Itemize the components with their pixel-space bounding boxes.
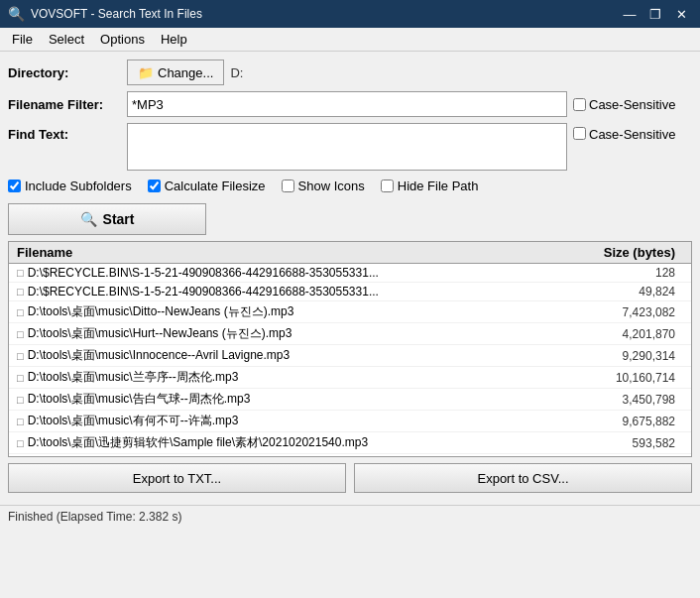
result-size: 9,290,314 [584,349,683,363]
find-text-input[interactable] [127,123,567,171]
results-header: Filename Size (bytes) [9,242,691,264]
close-button[interactable]: ✕ [670,5,692,23]
result-filename: D:\tools\桌面\music\Hurt--NewJeans (뉴진스).m… [28,325,584,342]
find-case-sensitive-checkbox[interactable] [573,127,586,140]
find-case-sensitive-label[interactable]: Case-Sensitive [573,123,692,142]
result-size: 49,824 [584,285,683,299]
table-row[interactable]: □ D:\tools\桌面\music\告白气球--周杰伦.mp3 3,450,… [9,389,691,411]
directory-controls: 📁 Change... D: [127,60,692,85]
result-filename: D:\$RECYCLE.BIN\S-1-5-21-490908366-44291… [28,285,584,299]
menu-help[interactable]: Help [153,30,195,49]
result-filename: D:\tools\桌面\music\兰亭序--周杰伦.mp3 [28,369,584,386]
filename-filter-input[interactable] [127,91,567,117]
file-icon: □ [17,267,24,279]
include-subfolders-label[interactable]: Include Subfolders [8,179,132,193]
show-icons-checkbox[interactable] [282,179,294,192]
result-size: 9,675,882 [584,415,683,428]
include-subfolders-checkbox[interactable] [8,179,21,192]
main-content: Directory: 📁 Change... D: Filename Filte… [0,52,700,505]
result-filename: D:\tools\桌面\... [28,456,584,457]
search-icon: 🔍 [80,211,97,227]
table-row[interactable]: □ D:\tools\桌面\迅捷剪辑软件\Sample file\素材\2021… [9,432,691,454]
result-filename: D:\tools\桌面\music\告白气球--周杰伦.mp3 [28,391,584,408]
result-size: 7,423,082 [584,305,683,319]
start-btn-row: 🔍 Start [8,203,692,235]
calculate-filesize-checkbox[interactable] [148,179,161,192]
result-size: 128 [584,266,683,280]
results-table[interactable]: Filename Size (bytes) □ D:\$RECYCLE.BIN\… [8,241,692,457]
change-button[interactable]: 📁 Change... [127,60,224,85]
checkboxes-row: Include Subfolders Calculate Filesize Sh… [8,177,692,195]
result-size: 10,160,714 [584,371,683,385]
col-size-header: Size (bytes) [584,245,683,260]
result-filename: D:\tools\桌面\迅捷剪辑软件\Sample file\素材\202102… [28,434,584,451]
file-icon: □ [17,350,24,362]
file-icon: □ [17,437,24,449]
filename-filter-label: Filename Filter: [8,97,127,112]
calculate-filesize-label[interactable]: Calculate Filesize [148,179,266,193]
table-row[interactable]: □ D:\tools\桌面\music\Innocence--Avril Lav… [9,345,691,367]
find-text-label: Find Text: [8,123,127,142]
result-filename: D:\$RECYCLE.BIN\S-1-5-21-490908366-44291… [28,266,584,280]
title-bar-text: VOVSOFT - Search Text In Files [31,7,202,21]
export-txt-button[interactable]: Export to TXT... [8,463,346,493]
file-icon: □ [17,306,24,318]
table-row[interactable]: □ D:\tools\桌面\music\Hurt--NewJeans (뉴진스)… [9,323,691,345]
filename-case-sensitive-checkbox[interactable] [573,98,586,111]
start-button[interactable]: 🔍 Start [8,203,206,235]
restore-button[interactable]: ❐ [644,5,666,23]
file-icon: □ [17,286,24,298]
hide-file-path-checkbox[interactable] [381,179,394,192]
bottom-buttons: Export to TXT... Export to CSV... [8,463,692,493]
filename-filter-row: Filename Filter: Case-Sensitive [8,91,692,117]
menu-file[interactable]: File [4,30,41,49]
result-filename: D:\tools\桌面\music\Innocence--Avril Lavig… [28,347,584,364]
filename-filter-controls: Case-Sensitive [127,91,692,117]
result-size: 3,450,798 [584,393,683,407]
menu-bar: File Select Options Help [0,28,700,52]
table-row[interactable]: □ D:\$RECYCLE.BIN\S-1-5-21-490908366-442… [9,283,691,301]
find-text-controls: Case-Sensitive [127,123,692,171]
folder-icon: 📁 [138,65,154,80]
table-row[interactable]: □ D:\tools\桌面\... 86,003 [9,454,691,457]
show-icons-label[interactable]: Show Icons [282,179,365,193]
results-body: □ D:\$RECYCLE.BIN\S-1-5-21-490908366-442… [9,264,691,457]
table-row[interactable]: □ D:\tools\桌面\music\Ditto--NewJeans (뉴진스… [9,301,691,323]
minimize-button[interactable]: — [619,5,641,23]
filename-case-sensitive-label[interactable]: Case-Sensitive [573,97,692,112]
file-icon: □ [17,394,24,406]
result-filename: D:\tools\桌面\music\Ditto--NewJeans (뉴진스).… [28,303,584,320]
menu-select[interactable]: Select [41,30,92,49]
table-row[interactable]: □ D:\tools\桌面\music\兰亭序--周杰伦.mp3 10,160,… [9,367,691,389]
directory-row: Directory: 📁 Change... D: [8,60,692,85]
file-icon: □ [17,416,24,427]
status-text: Finished (Elapsed Time: 2.382 s) [8,510,181,524]
app-icon: 🔍 [8,6,25,22]
find-text-row: Find Text: Case-Sensitive [8,123,692,171]
file-icon: □ [17,328,24,340]
directory-path: D: [230,65,243,80]
result-size: 4,201,870 [584,327,683,341]
col-filename-header: Filename [17,245,584,260]
file-icon: □ [17,372,24,384]
title-bar: 🔍 VOVSOFT - Search Text In Files — ❐ ✕ [0,0,700,28]
menu-options[interactable]: Options [92,30,153,49]
result-filename: D:\tools\桌面\music\有何不可--许嵩.mp3 [28,413,584,429]
export-csv-button[interactable]: Export to CSV... [354,463,692,493]
table-row[interactable]: □ D:\$RECYCLE.BIN\S-1-5-21-490908366-442… [9,264,691,283]
status-bar: Finished (Elapsed Time: 2.382 s) [0,505,700,527]
title-bar-controls: — ❐ ✕ [619,5,692,23]
result-size: 593,582 [584,436,683,450]
directory-label: Directory: [8,65,127,80]
hide-file-path-label[interactable]: Hide File Path [381,179,479,193]
table-row[interactable]: □ D:\tools\桌面\music\有何不可--许嵩.mp3 9,675,8… [9,411,691,432]
